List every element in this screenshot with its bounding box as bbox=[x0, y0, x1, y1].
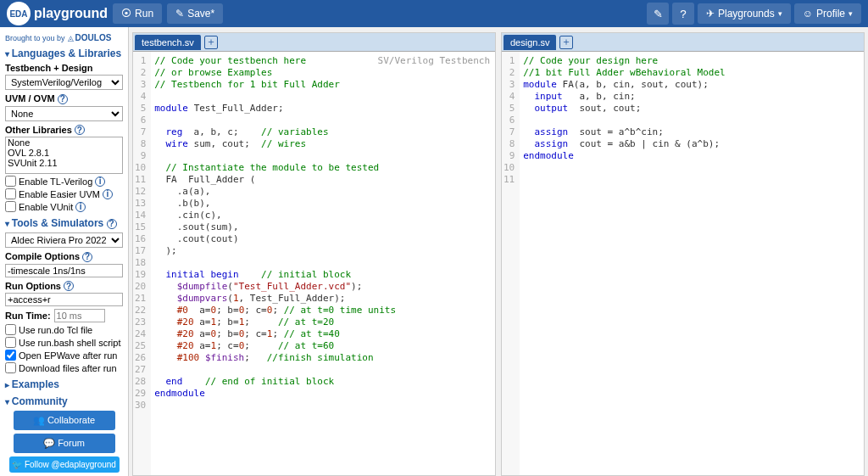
community-header[interactable]: Community bbox=[5, 395, 123, 407]
editors-area: testbench.sv ＋ SV/Verilog Testbench 1234… bbox=[129, 27, 868, 476]
chat-icon: 💬 bbox=[43, 438, 58, 448]
libraries-list[interactable]: None OVL 2.8.1 SVUnit 2.11 bbox=[5, 137, 123, 174]
info-icon[interactable]: i bbox=[75, 202, 86, 212]
testbench-editor[interactable]: SV/Verilog Testbench 1234567891011121314… bbox=[133, 52, 495, 475]
code-area[interactable]: // Code your design here //1 bit Full Ad… bbox=[520, 52, 728, 475]
enable-tlverilog-checkbox[interactable] bbox=[5, 176, 16, 187]
runtime-input[interactable] bbox=[54, 309, 105, 322]
logo[interactable]: EDA playground bbox=[7, 2, 108, 25]
run-button[interactable]: ⦿Run bbox=[113, 3, 162, 24]
topbar: EDA playground ⦿Run ✎Save* ✎ ? ✈Playgrou… bbox=[0, 0, 868, 27]
list-item[interactable]: None bbox=[6, 137, 122, 148]
edit-icon-button[interactable]: ✎ bbox=[647, 3, 669, 25]
other-libs-label: Other Libraries ? bbox=[5, 125, 123, 136]
info-icon[interactable]: i bbox=[103, 189, 113, 199]
gutter: 1234567891011 bbox=[502, 52, 520, 475]
tab-design[interactable]: design.sv bbox=[504, 35, 556, 50]
info-icon[interactable]: ? bbox=[107, 219, 117, 229]
design-pane: design.sv ＋ 1234567891011 // Code your d… bbox=[501, 32, 865, 476]
logo-text: playground bbox=[34, 6, 108, 21]
gutter: 1234567891011121314151617181920212223242… bbox=[133, 52, 151, 475]
use-rundo-checkbox[interactable] bbox=[5, 324, 16, 335]
simulator-select[interactable]: Aldec Riviera Pro 2022.04 bbox=[5, 232, 123, 248]
save-button[interactable]: ✎Save* bbox=[167, 3, 223, 24]
design-editor[interactable]: 1234567891011 // Code your design here /… bbox=[502, 52, 864, 475]
use-runbash-checkbox[interactable] bbox=[5, 337, 16, 348]
add-tab-button[interactable]: ＋ bbox=[204, 36, 218, 49]
code-area[interactable]: // Code your testbench here // or browse… bbox=[151, 52, 399, 475]
uvm-select[interactable]: None bbox=[5, 106, 123, 121]
open-epwave-row[interactable]: Open EPWave after run bbox=[5, 350, 123, 361]
user-icon: ☺ bbox=[803, 8, 813, 20]
twitter-follow-button[interactable]: 🐦 Follow @edaplayground bbox=[9, 456, 120, 473]
languages-header[interactable]: Languages & Libraries bbox=[5, 48, 123, 59]
people-icon: 👥 bbox=[33, 415, 47, 425]
use-runbash-row[interactable]: Use run.bash shell script bbox=[5, 337, 123, 348]
enable-easieruvm-row[interactable]: Enable Easier UVM i bbox=[5, 188, 123, 199]
info-icon[interactable]: ? bbox=[58, 94, 68, 104]
editor-hint: SV/Verilog Testbench bbox=[378, 55, 490, 66]
enable-tlverilog-row[interactable]: Enable TL-Verilog i bbox=[5, 176, 123, 187]
twitter-icon: 🐦 bbox=[12, 460, 25, 469]
help-icon-button[interactable]: ? bbox=[672, 3, 694, 25]
enable-vunit-row[interactable]: Enable VUnit i bbox=[5, 201, 123, 212]
enable-easieruvm-checkbox[interactable] bbox=[5, 188, 16, 199]
list-item[interactable]: OVL 2.8.1 bbox=[6, 148, 122, 158]
doulos-logo: ◬DOULOS bbox=[68, 33, 112, 42]
play-icon: ⦿ bbox=[121, 8, 131, 20]
forum-button[interactable]: 💬 Forum bbox=[14, 434, 115, 453]
info-icon[interactable]: ? bbox=[64, 281, 74, 291]
sidebar: Brought to you by ◬DOULOS Languages & Li… bbox=[0, 27, 129, 476]
main: Brought to you by ◬DOULOS Languages & Li… bbox=[0, 27, 868, 476]
list-item[interactable]: SVUnit 2.11 bbox=[6, 158, 122, 168]
examples-header[interactable]: Examples bbox=[5, 378, 123, 390]
brought-by: Brought to you by ◬DOULOS bbox=[5, 33, 123, 42]
pencil-icon: ✎ bbox=[175, 8, 184, 20]
send-icon: ✈ bbox=[706, 8, 715, 20]
info-icon[interactable]: ? bbox=[82, 252, 92, 262]
profile-dropdown[interactable]: ☺Profile bbox=[794, 3, 861, 24]
collaborate-button[interactable]: 👥 Collaborate bbox=[14, 411, 115, 430]
testbench-select[interactable]: SystemVerilog/Verilog bbox=[5, 75, 123, 90]
enable-vunit-checkbox[interactable] bbox=[5, 201, 16, 212]
run-options-input[interactable] bbox=[5, 293, 123, 306]
add-tab-button[interactable]: ＋ bbox=[559, 36, 573, 49]
playgrounds-dropdown[interactable]: ✈Playgrounds bbox=[698, 3, 791, 24]
info-icon[interactable]: i bbox=[95, 176, 105, 187]
testbench-tabs: testbench.sv ＋ bbox=[133, 33, 495, 52]
run-options-label: Run Options ? bbox=[5, 281, 123, 292]
download-files-checkbox[interactable] bbox=[5, 362, 16, 373]
use-rundo-row[interactable]: Use run.do Tcl file bbox=[5, 324, 123, 335]
compile-options-label: Compile Options ? bbox=[5, 251, 123, 262]
runtime-label: Run Time: bbox=[5, 311, 51, 321]
open-epwave-checkbox[interactable] bbox=[5, 350, 16, 361]
tools-header[interactable]: Tools & Simulators ? bbox=[5, 217, 123, 229]
tab-testbench[interactable]: testbench.sv bbox=[135, 35, 201, 50]
download-files-row[interactable]: Download files after run bbox=[5, 362, 123, 373]
uvm-label: UVM / OVM ? bbox=[5, 93, 123, 104]
testbench-pane: testbench.sv ＋ SV/Verilog Testbench 1234… bbox=[132, 32, 496, 476]
compile-options-input[interactable] bbox=[5, 264, 123, 277]
testbench-design-label: Testbench + Design bbox=[5, 63, 123, 73]
info-icon[interactable]: ? bbox=[75, 125, 85, 135]
design-tabs: design.sv ＋ bbox=[502, 33, 864, 52]
logo-badge: EDA bbox=[7, 2, 31, 25]
